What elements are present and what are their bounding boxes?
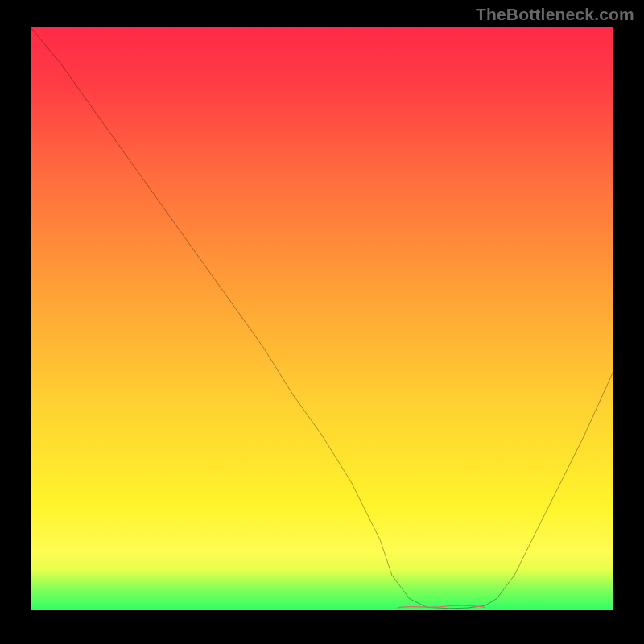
curve-layer bbox=[31, 27, 613, 610]
watermark-text: TheBottleneck.com bbox=[476, 5, 634, 24]
bottleneck-curve bbox=[31, 27, 613, 609]
plot-area bbox=[31, 27, 613, 610]
sweet-spot-band bbox=[398, 605, 485, 608]
chart-frame: TheBottleneck.com bbox=[0, 0, 644, 644]
